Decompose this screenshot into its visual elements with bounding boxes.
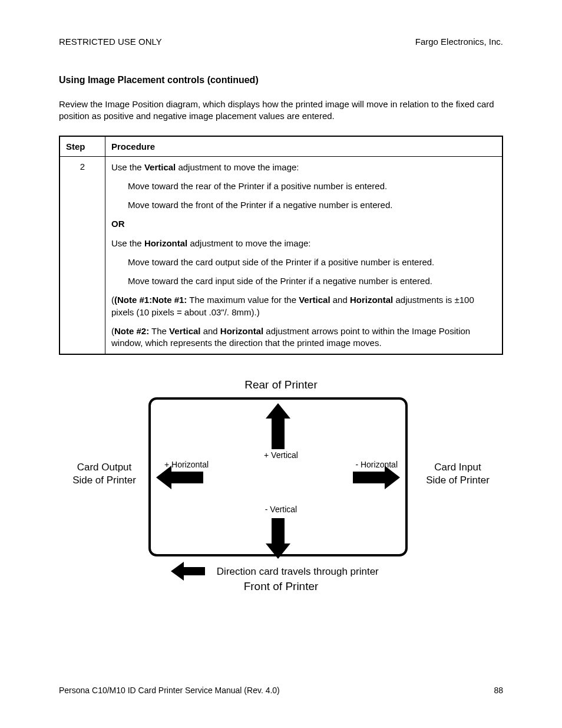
page-footer: Persona C10/M10 ID Card Printer Service … (59, 686, 503, 695)
text: Use the (111, 238, 144, 248)
label-rear: Rear of Printer (69, 378, 493, 391)
procedure-table: Step Procedure 2 Use the Vertical adjust… (59, 136, 503, 355)
arrow-right-shaft (353, 472, 386, 483)
label-minus-vertical: - Vertical (69, 505, 493, 514)
step-number: 2 (59, 156, 105, 354)
text: Side of Printer (72, 475, 136, 486)
page-header: RESTRICTED USE ONLY Fargo Electronics, I… (59, 37, 503, 47)
text-bold: Horizontal (144, 238, 187, 248)
text: ((Note #1: (111, 295, 152, 305)
page: RESTRICTED USE ONLY Fargo Electronics, I… (0, 0, 562, 728)
text: and (330, 295, 350, 305)
image-position-diagram: Rear of Printer Card Output Side of Prin… (69, 378, 493, 602)
footer-left: Persona C10/M10 ID Card Printer Service … (59, 686, 280, 695)
text-bold: OR (111, 219, 125, 229)
text: adjustment to move the image: (187, 238, 310, 248)
text: The (149, 326, 169, 336)
text: Card Input (434, 462, 481, 473)
arrow-down-icon (266, 543, 290, 559)
horizontal-negative: Move toward the card input side of the P… (111, 275, 496, 287)
text: and (200, 326, 220, 336)
section-title: Using Image Placement controls (continue… (59, 75, 503, 85)
col-procedure-header: Procedure (105, 136, 503, 157)
label-plus-vertical: + Vertical (69, 450, 493, 460)
text-bold: Note #2: (114, 326, 149, 336)
horizontal-intro: Use the Horizontal adjustment to move th… (111, 238, 496, 249)
text-bold: Horizontal (220, 326, 263, 336)
text: Side of Printer (426, 475, 490, 486)
text-bold: Vertical (169, 326, 200, 336)
text: Use the (111, 162, 144, 172)
or-separator: OR (111, 218, 496, 230)
text: The maximum value for the (187, 295, 299, 305)
text-bold: Vertical (144, 162, 176, 172)
arrow-left-icon (156, 466, 171, 489)
intro-paragraph: Review the Image Position diagram, which… (59, 98, 503, 123)
text: Direction card travels through printer (217, 566, 379, 577)
horizontal-positive: Move toward the card output side of the … (111, 256, 496, 268)
vertical-positive: Move toward the rear of the Printer if a… (111, 180, 496, 192)
diagram-container: Rear of Printer Card Output Side of Prin… (59, 378, 503, 602)
text-bold: Horizontal (350, 295, 393, 305)
text-bold: Vertical (299, 295, 330, 305)
arrow-right-icon (385, 466, 400, 489)
text: adjustment to move the image: (176, 162, 299, 172)
text-bold: Note #1: (152, 295, 187, 305)
note-1: ((Note #1:Note #1: The maximum value for… (111, 294, 496, 318)
label-card-input: Card Input Side of Printer (422, 461, 493, 486)
label-front: Front of Printer (69, 580, 493, 593)
procedure-cell: Use the Vertical adjustment to move the … (105, 156, 503, 354)
text: Card Output (77, 462, 132, 473)
arrow-up-shaft (272, 414, 285, 449)
col-step-header: Step (59, 136, 105, 157)
label-direction: ----------Direction card travels through… (69, 566, 493, 578)
header-right: Fargo Electronics, Inc. (415, 37, 503, 47)
arrow-left-shaft (170, 472, 203, 483)
note-2: (Note #2: The Vertical and Horizontal ad… (111, 325, 496, 350)
vertical-intro: Use the Vertical adjustment to move the … (111, 162, 496, 173)
footer-page-number: 88 (494, 686, 503, 695)
vertical-negative: Move toward the front of the Printer if … (111, 199, 496, 211)
arrow-down-shaft (272, 518, 285, 546)
header-left: RESTRICTED USE ONLY (59, 37, 162, 47)
label-card-output: Card Output Side of Printer (69, 461, 140, 486)
